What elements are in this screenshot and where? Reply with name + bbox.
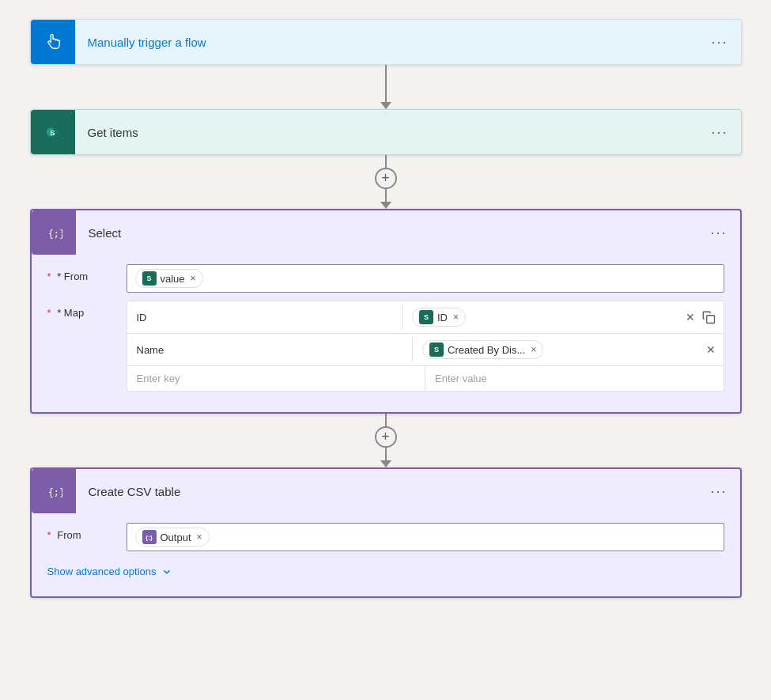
manual-trigger-menu[interactable]: ···: [698, 34, 740, 51]
plus-line-top-2: [385, 414, 387, 426]
get-items-icon-box: S: [31, 110, 75, 154]
csv-from-row: * From {;} Output ×: [47, 523, 724, 551]
map-value-text-0: ID: [437, 312, 448, 324]
plus-line-top-1: [385, 155, 387, 168]
select-map-value: ID S ID × ✕: [127, 301, 724, 392]
select-menu[interactable]: ···: [697, 225, 739, 241]
select-from-token-text: value: [161, 273, 185, 285]
select-map-row: * * Map ID S ID ×: [47, 301, 724, 392]
map-value-1[interactable]: S Created By Dis... ×: [413, 334, 698, 365]
map-value-icon-0: S: [419, 310, 433, 324]
create-csv-header: {;} Create CSV table ···: [32, 469, 740, 513]
create-csv-icon-box: {;}: [32, 469, 76, 513]
connector-plus-2: +: [375, 414, 397, 467]
select-from-row: * * From S value ×: [47, 264, 724, 293]
map-delete-btn-0[interactable]: ✕: [684, 309, 697, 325]
csv-from-token-close[interactable]: ×: [197, 532, 202, 543]
get-items-title: Get items: [75, 126, 699, 139]
select-map-label: * * Map: [47, 301, 127, 319]
csv-from-token-icon: {;}: [142, 530, 157, 544]
map-value-text-1: Created By Dis...: [448, 344, 525, 356]
manual-trigger-card: Manually trigger a flow ···: [30, 19, 742, 65]
csv-from-value: {;} Output ×: [127, 523, 724, 551]
svg-text:{;}: {;}: [47, 486, 62, 498]
flow-container: Manually trigger a flow ··· S Get items …: [0, 0, 771, 617]
manual-trigger-icon-box: [31, 20, 75, 64]
plus-button-2[interactable]: +: [375, 426, 397, 448]
chevron-down-icon: [161, 566, 172, 577]
map-value-token-0: S ID ×: [412, 308, 466, 327]
csv-from-token-text: Output: [161, 532, 191, 543]
connector-arrow-1: [380, 102, 391, 109]
create-csv-card: {;} Create CSV table ··· * From {;} Outp…: [30, 467, 742, 598]
map-value-icon-1: S: [429, 342, 444, 357]
map-value-close-1[interactable]: ×: [531, 344, 536, 355]
map-row-0: ID S ID × ✕: [127, 301, 724, 334]
map-table: ID S ID × ✕: [127, 301, 724, 392]
plus-arrow-1: [380, 202, 391, 209]
create-csv-title: Create CSV table: [76, 485, 698, 498]
select-from-value: S value ×: [127, 264, 724, 293]
svg-text:{;}: {;}: [47, 228, 62, 239]
create-csv-menu[interactable]: ···: [697, 483, 739, 500]
select-from-token-icon: S: [142, 271, 157, 286]
select-icon-box: {;}: [32, 210, 76, 255]
select-body: * * From S value × * *: [32, 255, 740, 412]
map-key-0[interactable]: ID: [127, 305, 403, 330]
select-from-token-close[interactable]: ×: [191, 273, 196, 284]
map-value-0[interactable]: S ID ×: [403, 301, 678, 333]
manual-trigger-icon: [44, 33, 62, 51]
select-card: {;} Select ··· * * From S value ×: [30, 209, 742, 414]
map-row-placeholder: Enter key Enter value: [127, 366, 724, 391]
svg-text:S: S: [50, 129, 55, 137]
map-value-token-1: S Created By Dis... ×: [422, 340, 543, 359]
plus-button-1[interactable]: +: [375, 168, 397, 190]
connector-1: [380, 65, 391, 109]
map-delete-btn-1[interactable]: ✕: [705, 342, 717, 358]
plus-arrow-2: [380, 460, 391, 467]
select-from-input[interactable]: S value ×: [127, 264, 724, 293]
map-row-1: Name S Created By Dis... × ✕: [127, 334, 724, 366]
select-title: Select: [76, 226, 698, 240]
map-copy-btn-0[interactable]: [700, 308, 717, 326]
get-items-menu[interactable]: ···: [698, 124, 740, 141]
manual-trigger-header: Manually trigger a flow ···: [31, 20, 741, 64]
select-icon: {;}: [45, 224, 62, 241]
csv-from-label: * From: [47, 523, 127, 541]
svg-rect-4: [706, 316, 714, 324]
map-value-placeholder[interactable]: Enter value: [425, 366, 724, 391]
show-advanced-label: Show advanced options: [47, 566, 157, 577]
plus-line-bottom-1: [385, 189, 387, 202]
csv-from-token: {;} Output ×: [135, 528, 210, 547]
create-csv-body: * From {;} Output × Show advanced option…: [32, 513, 740, 596]
get-items-icon: S: [44, 123, 62, 141]
create-csv-icon: {;}: [45, 482, 62, 500]
connector-line-1: [385, 65, 387, 102]
map-row-0-actions: ✕: [678, 305, 724, 329]
csv-from-input[interactable]: {;} Output ×: [127, 523, 724, 551]
get-items-header: S Get items ···: [31, 110, 741, 154]
map-value-close-0[interactable]: ×: [453, 312, 459, 323]
select-from-token: S value ×: [135, 269, 203, 288]
map-key-1[interactable]: Name: [127, 338, 414, 362]
show-advanced-options[interactable]: Show advanced options: [47, 559, 724, 584]
map-row-1-actions: ✕: [698, 339, 724, 361]
get-items-card: S Get items ···: [30, 109, 742, 155]
plus-line-bottom-2: [385, 448, 387, 460]
select-header: {;} Select ···: [32, 210, 740, 255]
select-from-label: * * From: [47, 264, 127, 282]
map-key-placeholder[interactable]: Enter key: [127, 366, 426, 391]
manual-trigger-title: Manually trigger a flow: [75, 36, 699, 49]
connector-plus-1: +: [375, 155, 397, 209]
